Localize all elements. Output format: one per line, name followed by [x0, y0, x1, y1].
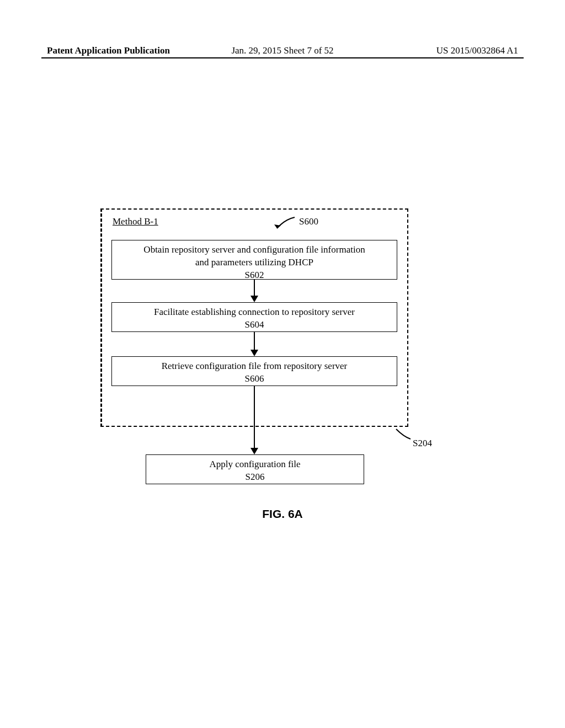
flow-step-s206: Apply configuration file S206 — [146, 454, 364, 484]
flow-step-s602: Obtain repository server and configurati… — [111, 240, 397, 280]
page-header: Patent Application Publication Jan. 29, … — [0, 45, 565, 56]
figure-caption: FIG. 6A — [0, 507, 565, 521]
flow-arrow — [254, 280, 255, 296]
step-text-line1: Apply configuration file — [152, 458, 358, 471]
flow-arrow — [254, 332, 255, 350]
s204-label: S204 — [413, 438, 432, 449]
step-code: S604 — [118, 319, 391, 331]
step-code: S206 — [152, 471, 358, 484]
method-label: Method B-1 — [113, 216, 158, 227]
header-left: Patent Application Publication — [47, 45, 170, 56]
step-text-line1: Facilitate establishing connection to re… — [118, 306, 391, 319]
s600-label: S600 — [299, 216, 318, 227]
header-right: US 2015/0032864 A1 — [436, 45, 518, 56]
step-code: S606 — [118, 373, 391, 386]
arrow-head-icon — [250, 448, 258, 454]
pointer-arc-icon — [274, 215, 296, 232]
flow-arrow — [254, 386, 255, 448]
s204-callout: S204 — [394, 428, 438, 450]
header-rule — [41, 57, 524, 58]
s600-callout: S600 — [274, 215, 318, 232]
arrow-head-icon — [250, 296, 258, 302]
method-dashed-left-border — [100, 208, 102, 427]
step-text-line1: Obtain repository server and configurati… — [118, 244, 391, 256]
step-text-line2: and parameters utilizing DHCP — [118, 256, 391, 269]
flow-step-s604: Facilitate establishing connection to re… — [111, 302, 397, 332]
step-text-line1: Retrieve configuration file from reposit… — [118, 360, 391, 373]
header-center: Jan. 29, 2015 Sheet 7 of 52 — [231, 45, 333, 56]
arrow-head-icon — [250, 350, 258, 356]
flow-step-s606: Retrieve configuration file from reposit… — [111, 356, 397, 386]
